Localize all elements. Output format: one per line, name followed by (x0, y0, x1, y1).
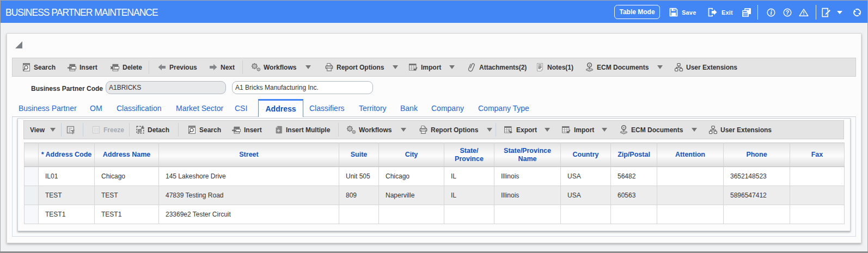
svg-text:?: ? (786, 9, 790, 15)
svg-text:i: i (770, 9, 772, 16)
